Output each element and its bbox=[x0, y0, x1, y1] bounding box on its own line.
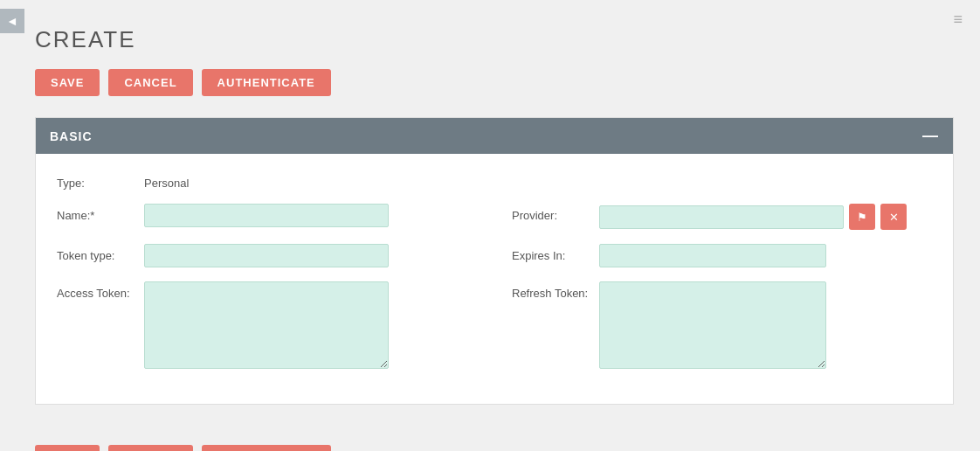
flag-icon: ⚑ bbox=[857, 211, 867, 224]
bottom-authenticate-button[interactable]: AUTHENTICATE bbox=[202, 445, 331, 451]
type-value: Personal bbox=[144, 171, 189, 190]
token-type-input[interactable] bbox=[144, 244, 389, 267]
access-token-label: Access Token: bbox=[57, 281, 135, 300]
cancel-button[interactable]: CANCEL bbox=[108, 69, 192, 96]
expires-in-input[interactable] bbox=[599, 244, 826, 267]
section-title: BASIC bbox=[50, 129, 93, 143]
bottom-toolbar: SAVE CANCEL AUTHENTICATE bbox=[0, 436, 980, 451]
back-icon: ◄ bbox=[6, 14, 18, 28]
bottom-cancel-button[interactable]: CANCEL bbox=[108, 445, 192, 451]
type-row: Type: Personal bbox=[57, 171, 932, 190]
token-expires-row: Token type: Expires In: bbox=[57, 244, 932, 267]
access-token-group: Access Token: bbox=[57, 281, 477, 369]
bottom-save-button[interactable]: SAVE bbox=[35, 445, 100, 451]
token-type-group: Token type: bbox=[57, 244, 477, 267]
save-button[interactable]: SAVE bbox=[35, 69, 100, 96]
refresh-token-input[interactable] bbox=[599, 281, 826, 369]
back-button[interactable]: ◄ bbox=[0, 9, 24, 33]
section-header: BASIC — bbox=[36, 118, 953, 154]
provider-group: Provider: ⚑ ✕ bbox=[512, 204, 932, 230]
name-provider-row: Name:* Provider: ⚑ ✕ bbox=[57, 204, 932, 230]
name-group: Name:* bbox=[57, 204, 477, 230]
page-title: CREATE bbox=[35, 26, 954, 53]
provider-input-group: ⚑ ✕ bbox=[599, 204, 907, 230]
collapse-icon[interactable]: — bbox=[922, 127, 939, 145]
token-type-label: Token type: bbox=[57, 244, 135, 262]
authenticate-button[interactable]: AUTHENTICATE bbox=[202, 69, 331, 96]
menu-icon[interactable]: ≡ bbox=[953, 10, 963, 29]
top-toolbar: SAVE CANCEL AUTHENTICATE bbox=[35, 69, 954, 96]
refresh-token-label: Refresh Token: bbox=[512, 281, 590, 300]
type-group: Type: Personal bbox=[57, 171, 189, 190]
basic-section: BASIC — Type: Personal Name:* Provider: bbox=[35, 117, 954, 405]
access-token-input[interactable] bbox=[144, 281, 389, 369]
expires-in-label: Expires In: bbox=[512, 244, 590, 262]
clear-icon: ✕ bbox=[889, 211, 899, 224]
provider-flag-button[interactable]: ⚑ bbox=[849, 204, 875, 230]
section-body: Type: Personal Name:* Provider: ⚑ bbox=[36, 154, 953, 404]
provider-input[interactable] bbox=[599, 205, 844, 229]
name-label: Name:* bbox=[57, 204, 135, 222]
name-input[interactable] bbox=[144, 204, 389, 227]
expires-in-group: Expires In: bbox=[512, 244, 932, 267]
access-refresh-row: Access Token: Refresh Token: bbox=[57, 281, 932, 369]
provider-label: Provider: bbox=[512, 204, 590, 222]
provider-clear-button[interactable]: ✕ bbox=[880, 204, 907, 230]
refresh-token-group: Refresh Token: bbox=[512, 281, 932, 369]
type-label: Type: bbox=[57, 171, 135, 190]
